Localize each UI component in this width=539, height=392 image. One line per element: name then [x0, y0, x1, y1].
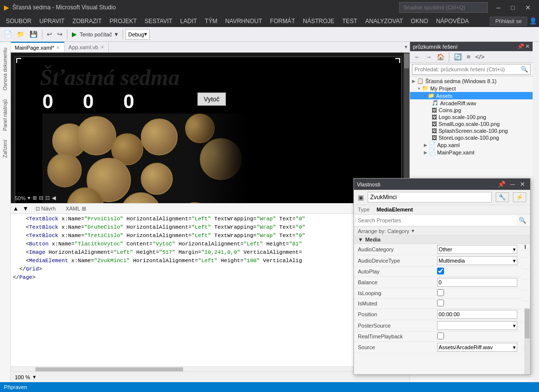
prop-search-input[interactable]: [356, 215, 517, 225]
handle-tl: [16, 58, 21, 63]
code-hscrollbar[interactable]: [11, 366, 410, 371]
menu-soubor[interactable]: SOUBOR: [2, 16, 35, 27]
expand-icon: ▶: [412, 79, 415, 84]
prop-type-row: Type MediaElement: [354, 205, 530, 214]
tree-assets[interactable]: ▾ 📁 Assets: [410, 92, 533, 99]
tree-myproject[interactable]: ▾ 📁 My Project: [410, 85, 533, 92]
panel-pin-button[interactable]: 📌: [517, 43, 524, 50]
menu-upravit[interactable]: UPRAVIT: [35, 16, 68, 27]
tab-xaml[interactable]: XAML ⊞: [63, 206, 89, 212]
debug-config-dropdown[interactable]: Debug ▾: [126, 29, 149, 40]
menu-okno[interactable]: OKNO: [407, 16, 432, 27]
tree-smalllogo[interactable]: 🖼 SmallLogo.scale-100.png: [410, 121, 533, 127]
autoplay-checkbox[interactable]: [437, 268, 444, 274]
tab-close-appxaml[interactable]: ✕: [100, 45, 104, 50]
activity-panel[interactable]: Panel nástrojů: [1, 95, 9, 135]
sol-home-button[interactable]: 🏠: [435, 52, 446, 61]
menu-test[interactable]: TEST: [338, 16, 361, 27]
redo-button[interactable]: ↪: [55, 30, 64, 39]
prop-lightning-button[interactable]: ⚡: [513, 192, 526, 202]
status-text: Připraven: [4, 384, 27, 390]
new-file-button[interactable]: 📄: [2, 30, 14, 39]
prop-minimize-button[interactable]: ─: [508, 181, 517, 188]
tab-mainpage[interactable]: MainPage.xaml* ✕: [11, 42, 64, 52]
menu-format[interactable]: FORMÁT: [266, 16, 299, 27]
prop-close-button[interactable]: ✕: [518, 181, 527, 188]
islooping-checkbox[interactable]: [437, 289, 444, 296]
tab-scroll-button[interactable]: ▾: [403, 42, 410, 52]
chevron-down-icon: ▾: [513, 258, 516, 264]
design-nav-up[interactable]: ▲: [13, 205, 19, 212]
panel-close-button[interactable]: ✕: [525, 43, 530, 50]
undo-button[interactable]: ↩: [45, 30, 54, 39]
sol-refresh-button[interactable]: 🔄: [452, 52, 464, 61]
menu-sestavit[interactable]: SESTAVIT: [141, 16, 176, 27]
solution-search-input[interactable]: [412, 64, 519, 74]
menu-projekt[interactable]: PROJEKT: [105, 16, 140, 27]
zoom-dropdown-button[interactable]: ▾: [33, 374, 36, 380]
tab-close-mainpage[interactable]: ✕: [56, 45, 60, 50]
prop-wrench-button[interactable]: 🔧: [496, 192, 509, 202]
tree-mainpage[interactable]: ▶ 📄 MainPage.xaml: [410, 149, 533, 156]
source-dropdown[interactable]: Assets/ArcadeRiff.wav ▾: [437, 343, 517, 352]
prop-arrange-row[interactable]: Arrange by: Category ▾: [354, 227, 530, 236]
button-preview: Vytoč: [197, 92, 226, 106]
prop-name-field[interactable]: [368, 192, 492, 203]
menu-napoveda[interactable]: NÁPOVĚDA: [432, 16, 473, 27]
minimize-button[interactable]: ─: [491, 0, 506, 15]
save-button[interactable]: 💾: [28, 30, 39, 39]
tree-coins[interactable]: 🖼 Coins.jpg: [410, 107, 533, 114]
prop-vscrollbar[interactable]: [524, 308, 530, 374]
balance-input[interactable]: [437, 278, 517, 287]
tab-navrh[interactable]: ⊡ Návrh: [32, 206, 59, 212]
tree-appxaml[interactable]: ▶ 📄 App.xaml: [410, 141, 533, 149]
separator-1: [42, 30, 42, 39]
scroll-left-button[interactable]: ◀: [52, 195, 56, 201]
prop-scrollbar-thumb[interactable]: [525, 309, 530, 338]
audiocategory-dropdown[interactable]: Other ▾: [437, 245, 517, 254]
tab-appxaml[interactable]: App.xaml.vb ✕: [64, 42, 109, 52]
postersource-dropdown[interactable]: ▾: [437, 321, 517, 330]
menu-zobrazit[interactable]: ZOBRAZIT: [68, 16, 105, 27]
prop-element-row: ▣ 🔧 ⚡: [354, 190, 530, 205]
run-dropdown[interactable]: ▾: [113, 30, 120, 39]
code-scrollbar-thumb[interactable]: [35, 367, 183, 371]
position-input[interactable]: [437, 310, 517, 319]
tree-logo[interactable]: 🖼 Logo.scale-100.png: [410, 114, 533, 121]
prop-indicator-balance: [521, 277, 529, 279]
menu-analyzovat[interactable]: ANALYZOVAT: [361, 16, 407, 27]
chevron-down-icon: ▾: [513, 323, 516, 329]
realtimeplayback-checkbox[interactable]: [437, 332, 444, 339]
tree-solution[interactable]: ▶ 📋 Šťasná sedma (Windows 8.1): [410, 77, 533, 85]
prop-pin-button[interactable]: 📌: [496, 181, 507, 188]
design-nav-down[interactable]: ▼: [23, 205, 29, 212]
run-button[interactable]: ▶: [70, 30, 79, 39]
code-editor[interactable]: <TextBlock x:Name="PrvniCislo" Horizonta…: [11, 214, 410, 366]
activity-zarizeni[interactable]: Zařízení: [1, 136, 9, 162]
menu-nastroje[interactable]: NÁSTROJE: [299, 16, 338, 27]
sol-code-button[interactable]: </>: [474, 52, 487, 61]
open-file-button[interactable]: 📁: [15, 30, 27, 39]
window-title: Šťasná sedma - Microsoft Visual Studio: [12, 4, 396, 11]
app-icon: ▶: [4, 3, 9, 11]
menu-navrhnout[interactable]: NAVRHNOUT: [221, 16, 266, 27]
prop-indicator-audiocategory: [521, 244, 529, 250]
quick-launch-search[interactable]: [399, 2, 488, 13]
zoom-out-button[interactable]: ▾: [28, 195, 31, 201]
ismuted-checkbox[interactable]: [437, 300, 444, 306]
audio-icon: 🎵: [432, 100, 439, 106]
login-button[interactable]: Přihlásit se: [490, 17, 527, 26]
menu-ladit[interactable]: LADIT: [176, 16, 201, 27]
sol-back-button[interactable]: ←: [412, 52, 422, 61]
tree-splash[interactable]: 🖼 SplashScreen.scale-100.png: [410, 127, 533, 134]
audiodevicetype-dropdown[interactable]: Multimedia ▾: [437, 256, 517, 265]
menu-tym[interactable]: TÝM: [201, 16, 221, 27]
tree-arcaderiff[interactable]: 🎵 ArcadeRiff.wav: [410, 99, 533, 107]
maximize-button[interactable]: □: [506, 0, 520, 15]
tree-storelogo[interactable]: 🖼 StoreLogo.scale-100.png: [410, 134, 533, 141]
close-button[interactable]: ✕: [520, 0, 535, 15]
activity-osnova[interactable]: Osnova dokumentu: [1, 44, 9, 94]
sol-forward-button[interactable]: →: [423, 52, 434, 61]
sol-filter-button[interactable]: ≡: [465, 52, 473, 61]
prop-search-icon: 🔍: [517, 217, 528, 224]
